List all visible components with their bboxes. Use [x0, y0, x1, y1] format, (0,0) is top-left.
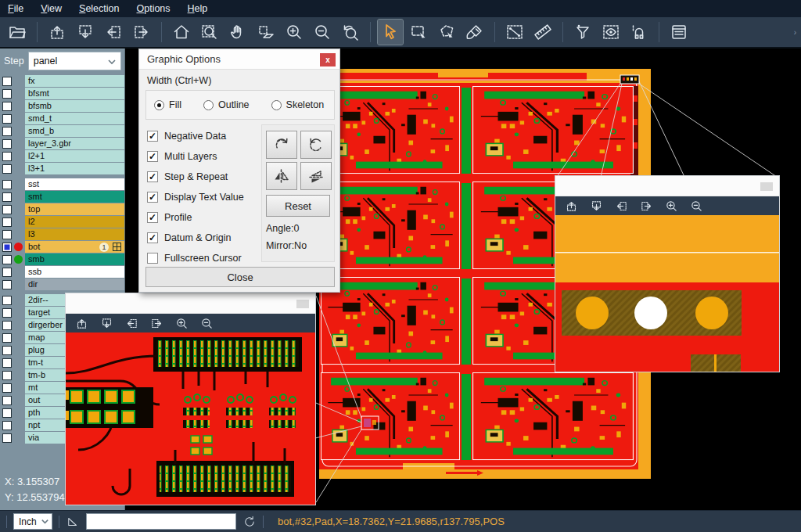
layer-visibility-checkbox[interactable] [2, 346, 12, 355]
zoom-home-button[interactable] [169, 20, 194, 45]
zoom-in-icon[interactable] [175, 317, 189, 330]
checkbox[interactable] [147, 253, 158, 264]
close-button[interactable]: Close [145, 267, 335, 287]
zoom-out-icon[interactable] [690, 200, 703, 213]
menu-item-file[interactable]: File [8, 3, 23, 14]
layer-visibility-checkbox[interactable] [2, 243, 12, 252]
mirror-vertical-button[interactable] [300, 162, 332, 190]
dialog-close-icon[interactable]: x [320, 53, 336, 66]
layer-visibility-checkbox[interactable] [2, 280, 12, 289]
rotate-cw-button[interactable] [266, 131, 297, 159]
layer-visibility-checkbox[interactable] [2, 217, 12, 227]
mirror-horizontal-button[interactable] [266, 162, 297, 190]
step-right-icon[interactable] [640, 200, 653, 213]
open-file-button[interactable] [5, 20, 30, 45]
layer-visibility-checkbox[interactable] [2, 230, 12, 239]
layer-color-bar[interactable]: bot1 [25, 241, 124, 253]
layer-color-bar[interactable]: ssb [25, 266, 124, 278]
layer-row[interactable]: smt [0, 191, 124, 203]
filter-button[interactable] [570, 20, 595, 45]
magnifier-title-bar[interactable] [66, 293, 315, 314]
layer-color-bar[interactable]: bfsmb [25, 100, 124, 112]
option-datum-origin[interactable]: ✓Datum & Origin [147, 228, 263, 248]
radio-skeleton[interactable]: Skeleton [271, 99, 325, 110]
checkbox[interactable]: ✓ [147, 131, 158, 142]
layer-visibility-checkbox[interactable] [2, 396, 12, 405]
view-options-button[interactable] [598, 20, 623, 45]
layer-color-bar[interactable]: smd_b [25, 125, 124, 137]
checkbox[interactable]: ✓ [147, 151, 158, 162]
menu-item-help[interactable]: Help [188, 3, 208, 14]
layer-color-bar[interactable]: smd_t [25, 113, 124, 124]
rotate-ccw-button[interactable] [300, 131, 332, 159]
layer-visibility-checkbox[interactable] [2, 408, 12, 418]
layer-visibility-checkbox[interactable] [2, 308, 12, 318]
menu-item-options[interactable]: Options [136, 3, 170, 14]
command-input[interactable] [86, 513, 236, 530]
toolbar-overflow-chevron[interactable]: › [794, 28, 796, 37]
layer-visibility-checkbox[interactable] [2, 180, 12, 189]
layer-visibility-checkbox[interactable] [2, 383, 12, 393]
layer-visibility-checkbox[interactable] [2, 333, 12, 343]
magnifier-view[interactable] [66, 332, 315, 505]
layer-color-bar[interactable]: layer_3.gbr [25, 138, 124, 149]
zoom-in-icon[interactable] [665, 200, 678, 213]
clean-brush-button[interactable] [462, 20, 487, 45]
layer-visibility-checkbox[interactable] [2, 89, 12, 99]
step-left-icon[interactable] [615, 200, 628, 213]
step-down-button[interactable] [73, 20, 98, 45]
checkbox[interactable]: ✓ [147, 171, 158, 182]
layer-row[interactable]: dir [0, 279, 124, 290]
magnifier-view[interactable] [555, 215, 779, 372]
layer-row[interactable]: smd_t [0, 113, 124, 124]
layer-color-bar[interactable]: l3 [25, 228, 124, 240]
step-left-button[interactable] [101, 20, 126, 45]
select-rectangle-button[interactable] [406, 20, 431, 45]
layer-color-bar[interactable]: smb [25, 253, 124, 265]
layer-visibility-checkbox[interactable] [2, 102, 12, 111]
window-button[interactable] [296, 300, 309, 308]
layer-row[interactable]: sst [0, 178, 124, 190]
step-down-icon[interactable] [100, 317, 113, 330]
layer-row[interactable]: smb [0, 253, 124, 265]
layer-color-bar[interactable]: top [25, 203, 124, 215]
zoom-out-icon[interactable] [200, 317, 214, 330]
step-down-icon[interactable] [590, 200, 603, 213]
zoom-in-button[interactable] [282, 20, 307, 45]
layer-color-bar[interactable]: bfsmt [25, 88, 124, 99]
step-right-button[interactable] [129, 20, 154, 45]
measure-ruler-button[interactable] [530, 20, 555, 45]
zoom-previous-button[interactable] [338, 20, 363, 45]
unit-select[interactable]: Inch [13, 513, 52, 530]
layer-row[interactable]: bot1 [0, 241, 124, 253]
layer-row[interactable]: l3 [0, 228, 124, 240]
layer-visibility-checkbox[interactable] [2, 255, 12, 264]
menu-item-view[interactable]: View [41, 3, 62, 14]
layer-color-bar[interactable]: l3+1 [25, 163, 124, 174]
step-up-icon[interactable] [75, 317, 88, 330]
measure-distance-button[interactable] [502, 20, 527, 45]
layer-visibility-checkbox[interactable] [2, 192, 12, 202]
layer-row[interactable]: l2 [0, 216, 124, 228]
window-button[interactable] [760, 182, 773, 191]
layer-row[interactable]: smd_b [0, 125, 124, 137]
layer-visibility-checkbox[interactable] [2, 296, 12, 305]
checkbox[interactable]: ✓ [147, 212, 158, 223]
step-up-button[interactable] [45, 20, 70, 45]
layer-row[interactable]: fx [0, 75, 124, 87]
layer-visibility-checkbox[interactable] [2, 358, 12, 368]
snap-magnet-button[interactable] [627, 20, 652, 45]
option-display-text-value[interactable]: ✓Display Text Value [147, 187, 263, 207]
layer-color-bar[interactable]: smt [25, 191, 124, 203]
pan-hand-button[interactable] [225, 20, 250, 45]
layer-row[interactable]: ssb [0, 266, 124, 278]
magnifier-window-right[interactable] [555, 176, 779, 372]
layer-visibility-checkbox[interactable] [2, 152, 12, 161]
radio-fill[interactable]: Fill [154, 99, 181, 110]
layer-row[interactable]: layer_3.gbr [0, 138, 124, 149]
option-step-repeat[interactable]: ✓Step & Repeat [147, 167, 263, 187]
step-left-icon[interactable] [125, 317, 138, 330]
magnifier-title-bar[interactable] [555, 176, 779, 196]
layer-row[interactable]: bfsmb [0, 100, 124, 112]
option-profile[interactable]: ✓Profile [147, 207, 263, 228]
